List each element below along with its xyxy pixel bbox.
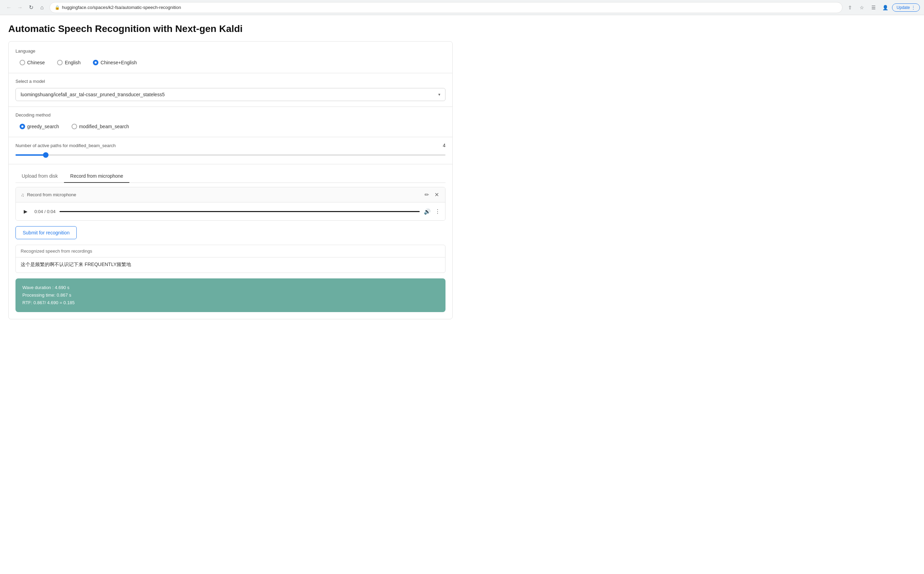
radio-option-english[interactable]: English	[53, 58, 85, 67]
browser-chrome: ← → ↻ ⌂ 🔒 huggingface.co/spaces/k2-fsa/a…	[0, 0, 924, 15]
more-options-button[interactable]: ⋮	[435, 208, 440, 215]
divider-4	[9, 164, 453, 164]
audio-recorder-box: ♫ Record from microphone ✏ ✕ ▶ 0:04 / 0:…	[16, 187, 446, 221]
more-icon: ⋮	[435, 209, 440, 214]
edit-button[interactable]: ✏	[423, 191, 430, 199]
reload-button[interactable]: ↻	[26, 3, 36, 13]
decoding-section: Decoding method greedy_search modified_b…	[16, 112, 446, 131]
slider-track	[16, 155, 446, 156]
decoding-label: Decoding method	[16, 112, 446, 118]
audio-title-text: Record from microphone	[27, 192, 76, 197]
audio-player: ▶ 0:04 / 0:04 🔊 ⋮	[16, 202, 445, 220]
divider-1	[9, 73, 453, 73]
main-card: Language Chinese English Chinese+English	[8, 41, 453, 319]
recognized-section: Recognized speech from recordings 这个是频繁的…	[16, 245, 446, 273]
beam-paths-value: 4	[438, 143, 446, 148]
radio-label-greedy: greedy_search	[27, 124, 59, 129]
divider-3	[9, 137, 453, 137]
radio-label-chinese: Chinese	[27, 60, 45, 65]
home-button[interactable]: ⌂	[37, 3, 47, 13]
extensions-button[interactable]: ☰	[869, 3, 878, 13]
tab-upload[interactable]: Upload from disk	[16, 170, 64, 183]
radio-option-chinese[interactable]: Chinese	[16, 58, 49, 67]
radio-option-chinese-english[interactable]: Chinese+English	[89, 58, 141, 67]
model-label: Select a model	[16, 79, 446, 84]
model-select[interactable]: luomingshuang/icefall_asr_tal-csasr_prun…	[16, 88, 446, 101]
play-icon: ▶	[24, 209, 27, 214]
profile-button[interactable]: 👤	[880, 3, 890, 13]
audio-progress-track[interactable]	[60, 211, 420, 212]
model-section: Select a model luomingshuang/icefall_asr…	[16, 79, 446, 101]
music-icon: ♫	[21, 192, 24, 198]
volume-icon: 🔊	[424, 209, 431, 214]
address-bar[interactable]: 🔒 huggingface.co/spaces/k2-fsa/automatic…	[49, 2, 842, 13]
language-label: Language	[16, 49, 446, 54]
browser-actions: ⇧ ☆ ☰ 👤 Update ⋮	[845, 3, 920, 13]
page-title: Automatic Speech Recognition with Next-g…	[8, 24, 453, 35]
radio-label-beam: modified_beam_search	[79, 124, 129, 129]
page-content: Automatic Speech Recognition with Next-g…	[0, 15, 461, 328]
radio-option-greedy[interactable]: greedy_search	[16, 122, 63, 131]
decoding-radio-group: greedy_search modified_beam_search	[16, 122, 446, 131]
tab-record[interactable]: Record from microphone	[64, 170, 129, 183]
bookmark-button[interactable]: ☆	[857, 3, 867, 13]
volume-button[interactable]: 🔊	[424, 208, 431, 215]
audio-recorder-header: ♫ Record from microphone ✏ ✕	[16, 187, 445, 202]
language-section: Language Chinese English Chinese+English	[16, 49, 446, 67]
radio-label-chinese-english: Chinese+English	[100, 60, 136, 65]
slider-thumb[interactable]	[43, 152, 49, 158]
audio-header-actions: ✏ ✕	[423, 191, 440, 199]
url-text: huggingface.co/spaces/k2-fsa/automatic-s…	[62, 5, 181, 10]
back-button[interactable]: ←	[4, 3, 14, 13]
audio-time: 0:04 / 0:04	[35, 209, 55, 214]
processing-time-stat: Processing time: 0.867 s	[22, 292, 438, 299]
tabs-container: Upload from disk Record from microphone	[16, 170, 446, 183]
radio-circle-chinese-english	[93, 60, 98, 65]
update-button[interactable]: Update ⋮	[892, 3, 920, 12]
divider-2	[9, 107, 453, 107]
chevron-down-icon: ▾	[438, 92, 440, 97]
slider-fill	[16, 155, 46, 156]
nav-buttons: ← → ↻ ⌂	[4, 3, 47, 13]
close-button[interactable]: ✕	[433, 191, 440, 199]
recognized-text: 这个是频繁的啊不认识记下来 FREQUENTLY频繁地	[16, 257, 445, 273]
recognized-header: Recognized speech from recordings	[16, 245, 445, 257]
beam-paths-slider[interactable]	[16, 151, 446, 158]
beam-paths-section: Number of active paths for modified_beam…	[16, 143, 446, 158]
language-radio-group: Chinese English Chinese+English	[16, 58, 446, 67]
submit-button[interactable]: Submit for recognition	[16, 226, 77, 239]
radio-circle-english	[57, 60, 63, 65]
lock-icon: 🔒	[55, 5, 60, 10]
radio-circle-chinese	[20, 60, 25, 65]
wave-duration-stat: Wave duration : 4.690 s	[22, 284, 438, 292]
radio-circle-greedy	[20, 124, 25, 129]
rtf-stat: RTF: 0.867/ 4.690 = 0.185	[22, 299, 438, 307]
audio-recorder-title: ♫ Record from microphone	[21, 192, 76, 198]
forward-button[interactable]: →	[15, 3, 25, 13]
radio-option-beam[interactable]: modified_beam_search	[67, 122, 133, 131]
share-button[interactable]: ⇧	[845, 3, 855, 13]
stats-box: Wave duration : 4.690 s Processing time:…	[16, 278, 446, 312]
play-button[interactable]: ▶	[21, 207, 30, 216]
beam-paths-label: Number of active paths for modified_beam…	[16, 143, 115, 148]
model-selected-value: luomingshuang/icefall_asr_tal-csasr_prun…	[21, 92, 165, 97]
radio-circle-beam	[71, 124, 77, 129]
radio-label-english: English	[65, 60, 81, 65]
